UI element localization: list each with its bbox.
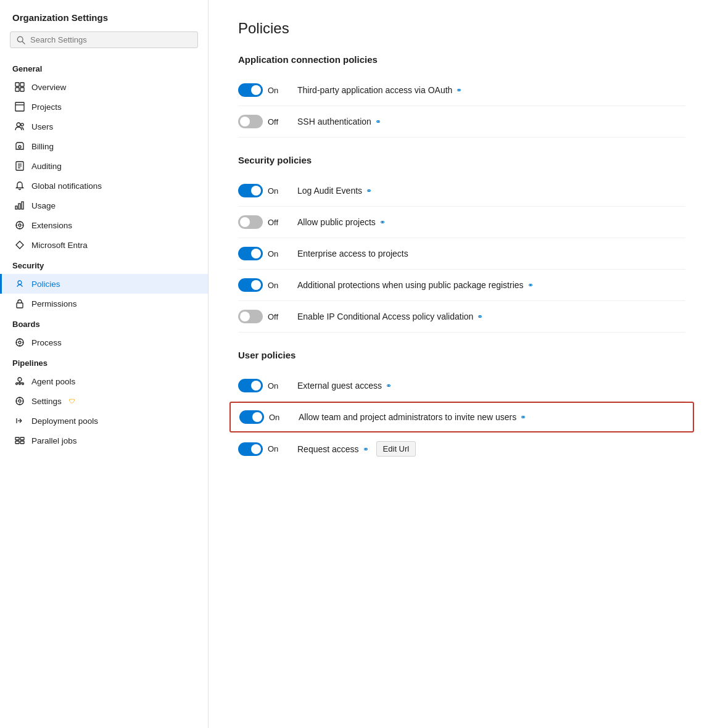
sidebar-item-usage[interactable]: Usage <box>0 196 208 215</box>
svg-point-19 <box>19 224 21 226</box>
toggle-wrap-request-access[interactable]: On <box>238 442 287 456</box>
svg-rect-52 <box>20 441 24 444</box>
sidebar: Organization Settings General Overview P… <box>0 0 209 728</box>
toggle-wrap-guest-access[interactable]: On <box>238 379 287 392</box>
sidebar-item-users[interactable]: Users <box>0 117 208 136</box>
toggle-label-request-access: On <box>268 444 283 453</box>
sidebar-item-parallel-jobs[interactable]: Parallel jobs <box>0 431 208 450</box>
toggle-oauth[interactable] <box>238 83 263 97</box>
main-content: Policies Application connection policies… <box>209 0 715 728</box>
toggle-log-audit[interactable] <box>238 184 263 197</box>
toggle-wrap-log-audit[interactable]: On <box>238 184 287 197</box>
svg-rect-16 <box>19 204 20 209</box>
policy-label-invite-users: Allow team and project administrators to… <box>299 412 516 422</box>
policy-label-request-access: Request access <box>297 444 359 454</box>
toggle-label-guest-access: On <box>268 381 283 391</box>
usage-icon <box>14 200 25 211</box>
settings-shield-badge: 🛡 <box>69 398 75 405</box>
sidebar-item-projects[interactable]: Projects <box>0 97 208 117</box>
edit-url-button[interactable]: Edit Url <box>376 441 416 457</box>
svg-point-9 <box>21 123 23 126</box>
policy-row-oauth: On Third-party application access via OA… <box>238 75 685 106</box>
toggle-guest-access[interactable] <box>238 379 263 392</box>
policy-link-ssh[interactable]: ⚭ <box>375 117 381 126</box>
toggle-wrap-ssh[interactable]: Off <box>238 115 287 128</box>
policy-text-guest-access: External guest access ⚭ <box>297 381 392 391</box>
svg-rect-3 <box>20 83 24 86</box>
sidebar-title: Organization Settings <box>0 10 208 31</box>
parallel-icon <box>14 435 25 446</box>
sidebar-item-process[interactable]: Process <box>0 333 208 352</box>
section-heading-user: User policies <box>238 350 685 360</box>
sidebar-item-microsoft-entra[interactable]: Microsoft Entra <box>0 235 208 255</box>
svg-point-24 <box>18 281 22 284</box>
sidebar-item-label: Extensions <box>31 221 72 230</box>
sidebar-item-label: Users <box>31 122 53 131</box>
deployment-icon <box>14 415 25 426</box>
toggle-invite-users[interactable] <box>239 410 264 424</box>
policy-link-public-projects[interactable]: ⚭ <box>379 218 386 226</box>
policy-label-package-reg: Additional protections when using public… <box>297 280 524 290</box>
lock-icon <box>14 298 25 309</box>
toggle-wrap-ip-conditional[interactable]: Off <box>238 310 287 323</box>
policy-row-public-projects: Off Allow public projects ⚭ <box>238 207 685 238</box>
policy-link-ip-conditional[interactable]: ⚭ <box>477 312 483 321</box>
sidebar-item-agent-pools[interactable]: Agent pools <box>0 371 208 391</box>
toggle-label-oauth: On <box>268 86 283 95</box>
toggle-wrap-package-reg[interactable]: On <box>238 278 287 292</box>
policy-link-log-audit[interactable]: ⚭ <box>366 186 372 195</box>
search-box[interactable] <box>10 31 198 48</box>
policy-row-package-reg: On Additional protections when using pub… <box>238 270 685 301</box>
sidebar-item-label: Projects <box>31 102 62 112</box>
sidebar-item-label: Global notifications <box>31 181 102 191</box>
sidebar-item-global-notifications[interactable]: Global notifications <box>0 176 208 196</box>
sidebar-item-permissions[interactable]: Permissions <box>0 294 208 313</box>
policy-link-package-reg[interactable]: ⚭ <box>527 281 534 289</box>
policy-text-package-reg: Additional protections when using public… <box>297 280 534 290</box>
policy-row-guest-access: On External guest access ⚭ <box>238 370 685 402</box>
sidebar-item-settings[interactable]: Settings 🛡 <box>0 391 208 411</box>
search-input[interactable] <box>30 35 191 44</box>
policy-link-invite-users[interactable]: ⚭ <box>520 413 526 421</box>
sidebar-section-boards: Boards <box>0 313 208 333</box>
svg-rect-51 <box>20 437 24 440</box>
sidebar-section-pipelines: Pipelines <box>0 352 208 371</box>
toggle-enterprise-access[interactable] <box>238 247 263 260</box>
policy-link-request-access[interactable]: ⚭ <box>363 445 369 453</box>
toggle-request-access[interactable] <box>238 442 263 456</box>
toggle-wrap-enterprise-access[interactable]: On <box>238 247 287 260</box>
toggle-ssh[interactable] <box>238 115 263 128</box>
policy-row-ip-conditional: Off Enable IP Conditional Access policy … <box>238 301 685 333</box>
sidebar-item-policies[interactable]: Policies <box>0 274 208 294</box>
policy-link-oauth[interactable]: ⚭ <box>456 86 462 94</box>
toggle-ip-conditional[interactable] <box>238 310 263 323</box>
sidebar-item-label: Overview <box>31 83 66 92</box>
svg-point-27 <box>19 341 21 344</box>
grid-icon <box>14 81 25 93</box>
sidebar-item-extensions[interactable]: Extensions <box>0 215 208 235</box>
toggle-public-projects[interactable] <box>238 215 263 229</box>
section-heading-app-conn: Application connection policies <box>238 54 685 65</box>
svg-rect-17 <box>22 202 23 209</box>
toggle-wrap-oauth[interactable]: On <box>238 83 287 97</box>
settings-icon <box>14 395 25 407</box>
sidebar-item-billing[interactable]: Billing <box>0 136 208 156</box>
svg-point-32 <box>18 378 22 381</box>
policy-link-guest-access[interactable]: ⚭ <box>386 381 392 390</box>
svg-line-1 <box>22 41 25 44</box>
sidebar-item-label: Billing <box>31 142 54 151</box>
sidebar-item-overview[interactable]: Overview <box>0 77 208 97</box>
sidebar-item-label: Microsoft Entra <box>31 241 88 250</box>
extensions-icon <box>14 220 25 231</box>
svg-rect-6 <box>15 102 24 111</box>
sidebar-item-auditing[interactable]: Auditing <box>0 156 208 176</box>
policy-label-ssh: SSH authentication <box>297 117 371 126</box>
agent-icon <box>14 376 25 387</box>
sidebar-item-deployment-pools[interactable]: Deployment pools <box>0 411 208 431</box>
svg-point-40 <box>19 400 21 402</box>
toggle-wrap-public-projects[interactable]: Off <box>238 215 287 229</box>
toggle-label-package-reg: On <box>268 281 283 290</box>
toggle-package-reg[interactable] <box>238 278 263 292</box>
toggle-wrap-invite-users[interactable]: On <box>239 410 289 424</box>
policy-text-oauth: Third-party application access via OAuth… <box>297 85 462 95</box>
